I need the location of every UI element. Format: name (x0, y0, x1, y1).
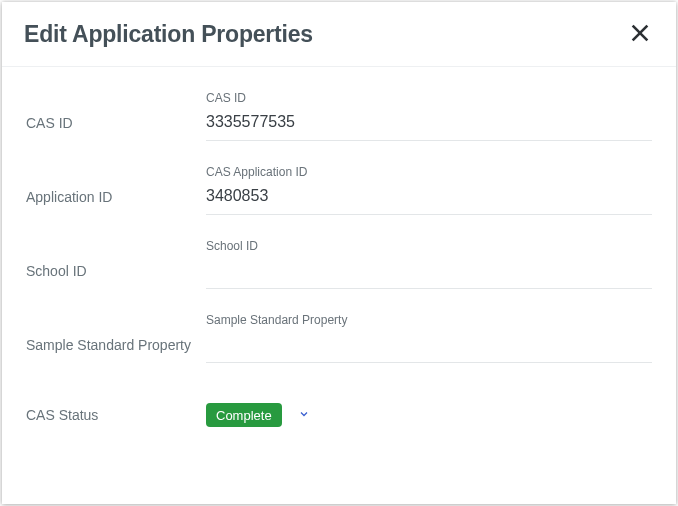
close-button[interactable] (626, 20, 654, 48)
status-dropdown-toggle[interactable] (296, 407, 312, 423)
form-row-school-id: School ID School ID (26, 215, 652, 289)
floating-label-cas-id: CAS ID (206, 91, 652, 105)
row-label-cas-status: CAS Status (26, 407, 206, 423)
field-wrap-school-id: School ID (206, 239, 652, 289)
floating-label-school-id: School ID (206, 239, 652, 253)
field-wrap-sample-standard: Sample Standard Property (206, 313, 652, 363)
sample-standard-input[interactable] (206, 333, 652, 363)
form-row-cas-id: CAS ID CAS ID (26, 67, 652, 141)
field-wrap-cas-id: CAS ID (206, 91, 652, 141)
row-label-sample-standard: Sample Standard Property (26, 337, 206, 363)
chevron-down-icon (298, 406, 310, 424)
row-label-school-id: School ID (26, 263, 206, 289)
row-label-application-id: Application ID (26, 189, 206, 215)
application-id-input[interactable] (206, 185, 652, 215)
close-icon (629, 22, 651, 47)
form-row-sample-standard: Sample Standard Property Sample Standard… (26, 289, 652, 363)
dialog-title: Edit Application Properties (24, 21, 313, 48)
row-label-cas-id: CAS ID (26, 115, 206, 141)
floating-label-sample-standard: Sample Standard Property (206, 313, 652, 327)
dialog-header: Edit Application Properties (2, 2, 676, 67)
status-chip-complete[interactable]: Complete (206, 403, 282, 427)
floating-label-application-id: CAS Application ID (206, 165, 652, 179)
dialog-body: CAS ID CAS ID Application ID CAS Applica… (2, 67, 676, 504)
form-row-application-id: Application ID CAS Application ID (26, 141, 652, 215)
cas-id-input[interactable] (206, 111, 652, 141)
status-field: Complete (206, 403, 312, 427)
form-row-cas-status: CAS Status Complete (26, 363, 652, 443)
field-wrap-application-id: CAS Application ID (206, 165, 652, 215)
edit-application-properties-dialog: Edit Application Properties CAS ID CAS I… (2, 2, 676, 504)
school-id-input[interactable] (206, 259, 652, 289)
